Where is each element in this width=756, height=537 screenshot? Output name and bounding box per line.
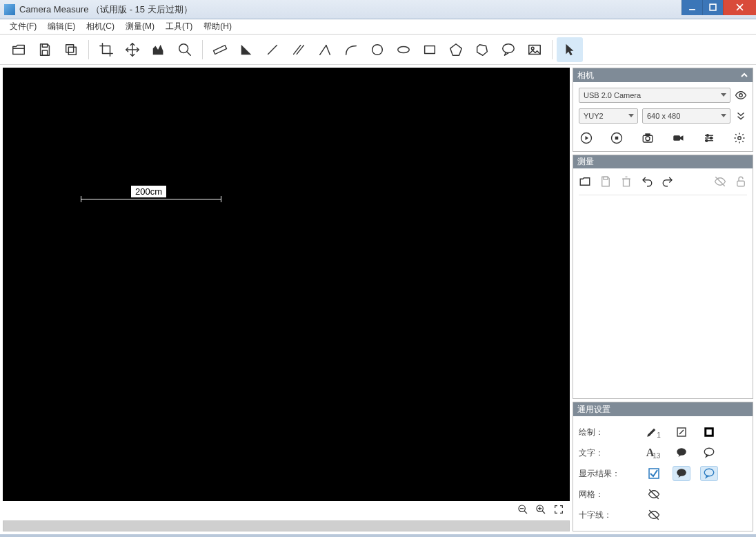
pen-size-button[interactable]: 1: [645, 424, 663, 440]
zoom-out-button[interactable]: [517, 504, 528, 518]
ellipse-button[interactable]: [390, 37, 417, 62]
svg-rect-10: [214, 45, 227, 54]
maximize-button[interactable]: [702, 0, 723, 15]
main-area: 200cm 相机 USB 2.0 Camera YUY2 640: [0, 65, 756, 534]
settings-button[interactable]: [732, 130, 747, 146]
menu-tools[interactable]: 工具(T): [160, 19, 198, 34]
svg-point-46: [705, 139, 707, 141]
line-button[interactable]: [259, 37, 286, 62]
general-panel-header[interactable]: 通用设置: [573, 402, 753, 416]
color-swatch-button[interactable]: [700, 424, 718, 440]
svg-rect-53: [737, 181, 745, 186]
measure-lock-button[interactable]: [735, 175, 747, 191]
grid-visibility-button[interactable]: [645, 487, 663, 502]
measure-undo-button[interactable]: [641, 175, 653, 191]
fullscreen-button[interactable]: [553, 504, 564, 518]
svg-point-44: [706, 135, 708, 137]
rectangle-button[interactable]: [417, 37, 443, 62]
svg-rect-7: [68, 47, 76, 55]
result-bubble-fill-button[interactable]: [673, 466, 690, 481]
show-results-checkbox[interactable]: [645, 466, 663, 481]
svg-line-12: [294, 45, 301, 54]
svg-rect-1: [710, 4, 716, 10]
svg-line-28: [542, 511, 545, 514]
move-button[interactable]: [119, 37, 146, 62]
angle-button[interactable]: [233, 37, 259, 62]
general-panel: 通用设置 绘制： 1 文字： A13: [573, 402, 753, 531]
camera-panel: 相机 USB 2.0 Camera YUY2 640 x 480: [573, 68, 753, 152]
menu-file[interactable]: 文件(F): [4, 19, 42, 34]
menu-camera[interactable]: 相机(C): [81, 19, 120, 34]
eye-icon[interactable]: [735, 89, 747, 101]
parallel-button[interactable]: [286, 37, 312, 62]
zoom-button[interactable]: [172, 37, 198, 62]
ruler-button[interactable]: [207, 37, 233, 62]
sliders-button[interactable]: [702, 130, 717, 146]
save-button[interactable]: [32, 37, 58, 62]
pentagon-button[interactable]: [443, 37, 469, 62]
measure-panel-title: 测量: [577, 156, 594, 168]
measure-save-button[interactable]: [599, 175, 612, 191]
measure-redo-button[interactable]: [662, 175, 674, 191]
image-button[interactable]: [521, 37, 548, 62]
zoom-in-button[interactable]: [535, 504, 546, 518]
play-button[interactable]: [579, 130, 594, 146]
chevron-up-icon: [740, 71, 748, 79]
measure-label[interactable]: 200cm: [130, 185, 167, 198]
svg-marker-40: [680, 135, 684, 141]
result-bubble-outline-button[interactable]: [700, 466, 718, 481]
svg-point-16: [372, 44, 383, 55]
histogram-button[interactable]: [146, 37, 172, 62]
horizontal-scrollbar[interactable]: [3, 520, 570, 531]
general-panel-title: 通用设置: [577, 404, 610, 416]
polygon-button[interactable]: [469, 37, 495, 62]
arc-button[interactable]: [338, 37, 364, 62]
font-button[interactable]: A13: [645, 445, 663, 460]
close-button[interactable]: [723, 0, 756, 15]
annotation-button[interactable]: [495, 37, 521, 62]
camera-device-select[interactable]: USB 2.0 Camera: [579, 88, 730, 103]
polyline-button[interactable]: [312, 37, 338, 62]
minimize-button[interactable]: [682, 0, 702, 15]
crosshair-visibility-button[interactable]: [645, 507, 663, 523]
record-button[interactable]: [670, 130, 686, 146]
camera-format-select[interactable]: YUY2: [579, 108, 638, 124]
measure-list[interactable]: [579, 195, 747, 294]
zoom-bar: [3, 501, 570, 520]
menu-help[interactable]: 帮助(H): [198, 19, 237, 34]
camera-resolution-select[interactable]: 640 x 480: [642, 108, 730, 124]
stop-button[interactable]: [609, 130, 624, 146]
pointer-button[interactable]: [557, 37, 583, 62]
measure-open-button[interactable]: [579, 175, 591, 191]
camera-panel-title: 相机: [577, 70, 594, 81]
svg-line-11: [268, 45, 277, 54]
menu-bar: 文件(F) 编辑(E) 相机(C) 测量(M) 工具(T) 帮助(H): [0, 19, 756, 35]
menu-edit[interactable]: 编辑(E): [42, 19, 81, 34]
text-bubble-outline-button[interactable]: [700, 445, 718, 460]
label-draw: 绘制：: [579, 427, 645, 438]
label-show: 显示结果：: [579, 468, 645, 480]
edit-style-button[interactable]: [673, 424, 690, 440]
snapshot-button[interactable]: [640, 130, 655, 146]
copy-button[interactable]: [58, 37, 84, 62]
window-controls: [682, 0, 756, 15]
label-text: 文字：: [579, 447, 645, 459]
menu-measure[interactable]: 测量(M): [120, 19, 160, 34]
svg-point-57: [677, 448, 686, 456]
open-button[interactable]: [6, 37, 32, 62]
text-bubble-fill-button[interactable]: [673, 445, 690, 460]
svg-point-58: [704, 448, 714, 456]
chevron-down-double-icon[interactable]: [735, 110, 747, 122]
canvas-wrap: 200cm: [3, 68, 570, 531]
measure-panel-header[interactable]: 测量: [573, 155, 753, 168]
measure-visibility-button[interactable]: [714, 175, 726, 191]
svg-line-25: [524, 511, 527, 514]
svg-rect-4: [42, 43, 47, 47]
svg-rect-5: [42, 50, 47, 55]
measure-delete-button[interactable]: [620, 175, 633, 191]
svg-point-47: [738, 137, 742, 140]
canvas[interactable]: 200cm: [3, 68, 570, 501]
camera-panel-header[interactable]: 相机: [573, 68, 753, 82]
crop-button[interactable]: [93, 37, 119, 62]
circle-button[interactable]: [364, 37, 390, 62]
